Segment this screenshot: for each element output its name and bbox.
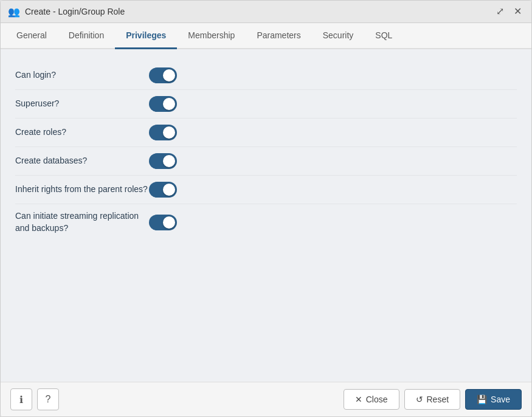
titlebar-left: 👥 Create - Login/Group Role (8, 6, 125, 18)
toggle-label-inherit-rights: Inherit rights from the parent roles? (15, 184, 149, 196)
close-icon: ✕ (355, 395, 362, 404)
toggle-label-create-databases: Create databases? (15, 155, 149, 167)
footer: ℹ ? ✕ Close ↺ Reset 💾 Save (1, 382, 531, 416)
info-icon: ℹ (19, 394, 23, 405)
tab-security[interactable]: Security (312, 23, 365, 49)
tab-general[interactable]: General (5, 23, 58, 49)
tab-sql[interactable]: SQL (364, 23, 403, 49)
tab-parameters[interactable]: Parameters (246, 23, 311, 49)
toggle-slider-can-login (149, 67, 177, 83)
save-label: Save (491, 395, 510, 404)
toggle-superuser[interactable] (149, 96, 177, 112)
save-button[interactable]: 💾 Save (465, 389, 522, 410)
help-icon: ? (46, 394, 51, 405)
toggle-inherit-rights[interactable] (149, 182, 177, 198)
toggle-row-can-login: Can login? (15, 61, 517, 90)
help-button[interactable]: ? (37, 388, 59, 410)
close-button[interactable]: ✕ Close (344, 389, 399, 410)
tab-membership[interactable]: Membership (177, 23, 246, 49)
toggle-slider-create-databases (149, 153, 177, 169)
toggle-label-create-roles: Create roles? (15, 126, 149, 139)
toggle-streaming-replication[interactable] (149, 215, 177, 230)
close-label: Close (366, 395, 388, 404)
maximize-button[interactable]: ⤢ (494, 5, 506, 18)
toggle-create-roles[interactable] (149, 125, 177, 140)
toggle-row-inherit-rights: Inherit rights from the parent roles? (15, 176, 517, 204)
reset-label: Reset (427, 395, 449, 404)
info-button[interactable]: ℹ (10, 388, 32, 410)
reset-icon: ↺ (416, 395, 423, 404)
toggle-can-login[interactable] (149, 67, 177, 83)
titlebar: 👥 Create - Login/Group Role ⤢ ✕ (1, 1, 531, 23)
reset-button[interactable]: ↺ Reset (404, 389, 461, 410)
toggle-create-databases[interactable] (149, 153, 177, 169)
close-window-button[interactable]: ✕ (511, 5, 524, 18)
toggle-slider-create-roles (149, 125, 177, 140)
tab-bar: General Definition Privileges Membership… (1, 23, 531, 49)
toggle-row-streaming-replication: Can initiate streaming replication and b… (15, 204, 517, 240)
toggle-label-can-login: Can login? (15, 69, 149, 81)
toggle-slider-inherit-rights (149, 182, 177, 198)
toggle-slider-streaming-replication (149, 215, 177, 230)
save-icon: 💾 (477, 395, 487, 404)
dialog-window: 👥 Create - Login/Group Role ⤢ ✕ General … (0, 0, 532, 417)
toggle-row-create-roles: Create roles? (15, 119, 517, 147)
content-area: Can login? Superuser? Create roles? Crea… (1, 49, 531, 382)
window-title: Create - Login/Group Role (25, 7, 125, 16)
footer-right-buttons: ✕ Close ↺ Reset 💾 Save (344, 389, 522, 410)
toggle-row-create-databases: Create databases? (15, 147, 517, 176)
toggle-label-streaming-replication: Can initiate streaming replication and b… (15, 210, 149, 234)
toggle-slider-superuser (149, 96, 177, 112)
titlebar-controls: ⤢ ✕ (494, 5, 524, 18)
window-icon: 👥 (8, 6, 20, 18)
tab-definition[interactable]: Definition (58, 23, 115, 49)
footer-left-buttons: ℹ ? (10, 388, 59, 410)
toggle-row-superuser: Superuser? (15, 90, 517, 119)
tab-privileges[interactable]: Privileges (115, 23, 177, 49)
toggle-label-superuser: Superuser? (15, 98, 149, 110)
